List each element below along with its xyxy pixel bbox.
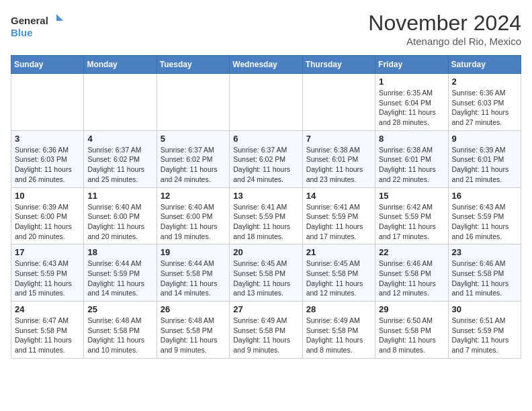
- logo: General Blue: [11, 11, 64, 41]
- day-number: 16: [452, 191, 517, 201]
- calendar-cell: 21Sunrise: 6:45 AMSunset: 5:58 PMDayligh…: [302, 244, 375, 302]
- day-info: Sunrise: 6:39 AMSunset: 6:00 PMDaylight:…: [15, 202, 80, 242]
- month-title: November 2024: [368, 11, 521, 36]
- calendar-cell: 25Sunrise: 6:48 AMSunset: 5:58 PMDayligh…: [84, 302, 157, 359]
- day-number: 3: [15, 134, 80, 144]
- day-info: Sunrise: 6:50 AMSunset: 5:58 PMDaylight:…: [379, 316, 444, 355]
- calendar-cell: 29Sunrise: 6:50 AMSunset: 5:58 PMDayligh…: [375, 302, 448, 359]
- calendar-cell: 6Sunrise: 6:37 AMSunset: 6:02 PMDaylight…: [230, 130, 302, 187]
- calendar-cell: 24Sunrise: 6:47 AMSunset: 5:58 PMDayligh…: [11, 302, 84, 359]
- day-info: Sunrise: 6:51 AMSunset: 5:59 PMDaylight:…: [452, 316, 517, 355]
- day-info: Sunrise: 6:49 AMSunset: 5:58 PMDaylight:…: [233, 316, 298, 355]
- svg-marker-2: [56, 14, 63, 21]
- calendar-cell: 11Sunrise: 6:40 AMSunset: 6:00 PMDayligh…: [84, 187, 157, 244]
- day-number: 13: [233, 191, 298, 201]
- day-info: Sunrise: 6:48 AMSunset: 5:58 PMDaylight:…: [161, 316, 226, 355]
- calendar-cell: 19Sunrise: 6:44 AMSunset: 5:58 PMDayligh…: [157, 244, 229, 302]
- calendar-cell: 23Sunrise: 6:46 AMSunset: 5:58 PMDayligh…: [448, 244, 521, 302]
- day-number: 23: [452, 247, 517, 257]
- page-header: General Blue November 2024 Atenango del …: [11, 11, 521, 47]
- title-block: November 2024 Atenango del Rio, Mexico: [368, 11, 521, 47]
- calendar-week-row: 1Sunrise: 6:35 AMSunset: 6:04 PMDaylight…: [11, 74, 521, 131]
- day-number: 22: [379, 247, 444, 257]
- day-number: 20: [233, 247, 298, 257]
- calendar-cell: 9Sunrise: 6:39 AMSunset: 6:01 PMDaylight…: [448, 130, 521, 187]
- calendar-cell: 28Sunrise: 6:49 AMSunset: 5:58 PMDayligh…: [302, 302, 375, 359]
- day-info: Sunrise: 6:46 AMSunset: 5:58 PMDaylight:…: [379, 259, 444, 298]
- day-info: Sunrise: 6:43 AMSunset: 5:59 PMDaylight:…: [15, 259, 80, 298]
- day-number: 21: [306, 247, 371, 257]
- calendar-week-row: 17Sunrise: 6:43 AMSunset: 5:59 PMDayligh…: [11, 244, 521, 302]
- calendar-cell: 26Sunrise: 6:48 AMSunset: 5:58 PMDayligh…: [157, 302, 229, 359]
- calendar-cell: 17Sunrise: 6:43 AMSunset: 5:59 PMDayligh…: [11, 244, 84, 302]
- column-header-wednesday: Wednesday: [230, 56, 302, 74]
- day-info: Sunrise: 6:44 AMSunset: 5:59 PMDaylight:…: [87, 259, 152, 298]
- day-info: Sunrise: 6:38 AMSunset: 6:01 PMDaylight:…: [306, 145, 371, 185]
- day-info: Sunrise: 6:37 AMSunset: 6:02 PMDaylight:…: [87, 145, 152, 185]
- calendar-cell: 20Sunrise: 6:45 AMSunset: 5:58 PMDayligh…: [230, 244, 302, 302]
- day-info: Sunrise: 6:43 AMSunset: 5:59 PMDaylight:…: [452, 202, 517, 242]
- day-number: 11: [87, 191, 152, 201]
- day-number: 28: [306, 304, 371, 314]
- calendar-cell: 8Sunrise: 6:38 AMSunset: 6:01 PMDaylight…: [375, 130, 448, 187]
- calendar-week-row: 3Sunrise: 6:36 AMSunset: 6:03 PMDaylight…: [11, 130, 521, 187]
- day-info: Sunrise: 6:37 AMSunset: 6:02 PMDaylight:…: [233, 145, 298, 185]
- day-info: Sunrise: 6:36 AMSunset: 6:03 PMDaylight:…: [15, 145, 80, 185]
- day-number: 30: [452, 304, 517, 314]
- day-number: 6: [233, 134, 298, 144]
- calendar-cell: 15Sunrise: 6:42 AMSunset: 5:59 PMDayligh…: [375, 187, 448, 244]
- logo-svg: General Blue: [11, 11, 64, 41]
- day-number: 12: [161, 191, 226, 201]
- calendar-cell: 12Sunrise: 6:40 AMSunset: 6:00 PMDayligh…: [157, 187, 229, 244]
- day-info: Sunrise: 6:39 AMSunset: 6:01 PMDaylight:…: [452, 145, 517, 185]
- day-info: Sunrise: 6:35 AMSunset: 6:04 PMDaylight:…: [379, 88, 444, 128]
- calendar-cell: 4Sunrise: 6:37 AMSunset: 6:02 PMDaylight…: [84, 130, 157, 187]
- calendar-cell: 27Sunrise: 6:49 AMSunset: 5:58 PMDayligh…: [230, 302, 302, 359]
- day-number: 27: [233, 304, 298, 314]
- day-number: 9: [452, 134, 517, 144]
- day-number: 8: [379, 134, 444, 144]
- day-number: 1: [379, 77, 444, 87]
- day-info: Sunrise: 6:45 AMSunset: 5:58 PMDaylight:…: [233, 259, 298, 298]
- calendar-cell: [84, 74, 157, 131]
- calendar-table: SundayMondayTuesdayWednesdayThursdayFrid…: [11, 55, 521, 359]
- calendar-week-row: 24Sunrise: 6:47 AMSunset: 5:58 PMDayligh…: [11, 302, 521, 359]
- calendar-cell: 16Sunrise: 6:43 AMSunset: 5:59 PMDayligh…: [448, 187, 521, 244]
- day-info: Sunrise: 6:41 AMSunset: 5:59 PMDaylight:…: [306, 202, 371, 242]
- day-info: Sunrise: 6:45 AMSunset: 5:58 PMDaylight:…: [306, 259, 371, 298]
- calendar-cell: 30Sunrise: 6:51 AMSunset: 5:59 PMDayligh…: [448, 302, 521, 359]
- calendar-cell: [230, 74, 302, 131]
- day-info: Sunrise: 6:38 AMSunset: 6:01 PMDaylight:…: [379, 145, 444, 185]
- day-number: 14: [306, 191, 371, 201]
- calendar-cell: 14Sunrise: 6:41 AMSunset: 5:59 PMDayligh…: [302, 187, 375, 244]
- calendar-cell: 3Sunrise: 6:36 AMSunset: 6:03 PMDaylight…: [11, 130, 84, 187]
- day-number: 5: [161, 134, 226, 144]
- column-header-monday: Monday: [84, 56, 157, 74]
- calendar-cell: 5Sunrise: 6:37 AMSunset: 6:02 PMDaylight…: [157, 130, 229, 187]
- calendar-cell: 1Sunrise: 6:35 AMSunset: 6:04 PMDaylight…: [375, 74, 448, 131]
- day-number: 26: [161, 304, 226, 314]
- calendar-header-row: SundayMondayTuesdayWednesdayThursdayFrid…: [11, 56, 521, 74]
- column-header-sunday: Sunday: [11, 56, 84, 74]
- day-info: Sunrise: 6:44 AMSunset: 5:58 PMDaylight:…: [161, 259, 226, 298]
- calendar-cell: 18Sunrise: 6:44 AMSunset: 5:59 PMDayligh…: [84, 244, 157, 302]
- calendar-week-row: 10Sunrise: 6:39 AMSunset: 6:00 PMDayligh…: [11, 187, 521, 244]
- day-number: 2: [452, 77, 517, 87]
- calendar-cell: 2Sunrise: 6:36 AMSunset: 6:03 PMDaylight…: [448, 74, 521, 131]
- calendar-cell: 7Sunrise: 6:38 AMSunset: 6:01 PMDaylight…: [302, 130, 375, 187]
- calendar-cell: 10Sunrise: 6:39 AMSunset: 6:00 PMDayligh…: [11, 187, 84, 244]
- day-number: 25: [87, 304, 152, 314]
- calendar-cell: [302, 74, 375, 131]
- day-info: Sunrise: 6:46 AMSunset: 5:58 PMDaylight:…: [452, 259, 517, 298]
- calendar-cell: 22Sunrise: 6:46 AMSunset: 5:58 PMDayligh…: [375, 244, 448, 302]
- day-info: Sunrise: 6:36 AMSunset: 6:03 PMDaylight:…: [452, 88, 517, 128]
- day-number: 15: [379, 191, 444, 201]
- calendar-cell: 13Sunrise: 6:41 AMSunset: 5:59 PMDayligh…: [230, 187, 302, 244]
- day-number: 10: [15, 191, 80, 201]
- day-number: 29: [379, 304, 444, 314]
- day-number: 4: [87, 134, 152, 144]
- day-info: Sunrise: 6:40 AMSunset: 6:00 PMDaylight:…: [87, 202, 152, 242]
- day-info: Sunrise: 6:37 AMSunset: 6:02 PMDaylight:…: [161, 145, 226, 185]
- day-info: Sunrise: 6:40 AMSunset: 6:00 PMDaylight:…: [161, 202, 226, 242]
- column-header-thursday: Thursday: [302, 56, 375, 74]
